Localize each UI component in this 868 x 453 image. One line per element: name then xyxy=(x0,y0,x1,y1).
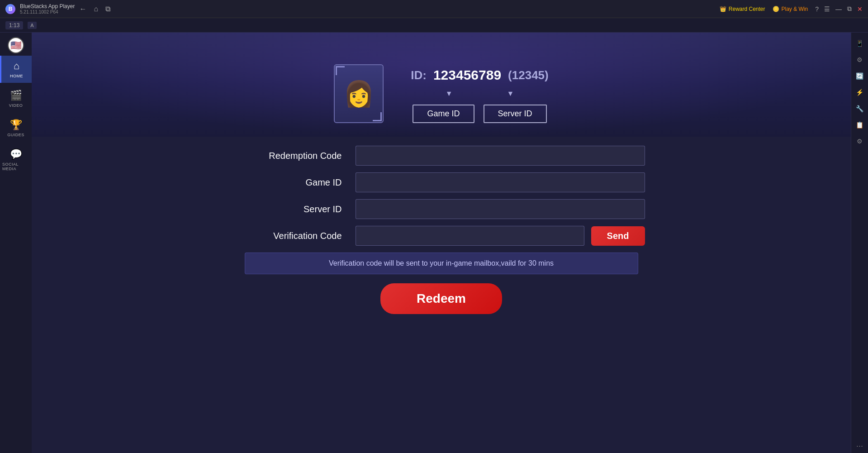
app-version: 5.21.111.1002 P64 xyxy=(20,10,75,14)
redemption-code-row: Redemption Code xyxy=(238,146,645,166)
video-icon: 🎬 xyxy=(10,90,22,101)
maximize-button[interactable]: ⧉ xyxy=(847,5,852,13)
portrait-corner-br xyxy=(373,112,382,121)
sidebar-item-home[interactable]: ⌂ HOME xyxy=(0,56,32,83)
server-id-arrow: ▼ xyxy=(507,90,514,98)
server-id-row: Server ID xyxy=(238,199,645,219)
nav-windows-button[interactable]: ⧉ xyxy=(105,5,110,13)
menu-button[interactable]: ☰ xyxy=(824,5,830,13)
sidebar-video-label: VIDEO xyxy=(9,103,23,108)
nav-back-button[interactable]: ← xyxy=(79,5,86,13)
form-section: Redemption Code Game ID Server ID Verifi… xyxy=(32,137,851,453)
play-win-label: Play & Win xyxy=(782,6,808,12)
address-time: 1:13 xyxy=(5,21,23,29)
portrait-frame: 👩 xyxy=(334,64,384,123)
send-button[interactable]: Send xyxy=(591,226,645,246)
game-id-label: Game ID xyxy=(238,177,356,188)
right-btn-3[interactable]: 🔄 xyxy=(854,70,866,82)
reward-center-label: Reward Center xyxy=(729,6,765,12)
content-area: 👩 ID: 123456789 (12345) ▼ ▼ Game ID Serv… xyxy=(32,33,851,453)
right-btn-6[interactable]: 📋 xyxy=(854,119,866,131)
character-emoji: 👩 xyxy=(343,79,375,109)
verification-code-label: Verification Code xyxy=(238,231,356,241)
social-icon: 💬 xyxy=(10,148,22,160)
address-bar: 1:13 A xyxy=(0,18,868,33)
guides-icon: 🏆 xyxy=(10,119,22,131)
server-id-label: Server ID xyxy=(238,204,356,215)
right-btn-7[interactable]: ⚙ xyxy=(854,135,866,148)
reward-center-button[interactable]: 👑 Reward Center xyxy=(720,6,765,12)
window-controls: ? ☰ — ⧉ ✕ xyxy=(815,5,863,13)
character-portrait: 👩 xyxy=(334,64,384,123)
player-id-line: ID: 123456789 (12345) xyxy=(411,67,548,83)
sidebar-social-label: SOCIAL MEDIA xyxy=(2,162,29,171)
right-btn-4[interactable]: ⚡ xyxy=(854,86,866,99)
right-btn-more[interactable]: … xyxy=(856,440,863,448)
sidebar-item-video[interactable]: 🎬 VIDEO xyxy=(0,85,32,112)
info-banner: Verification code will be sent to your i… xyxy=(245,253,638,274)
title-bar-right: 👑 Reward Center 🪙 Play & Win ? ☰ — ⧉ ✕ xyxy=(720,5,863,13)
crown-icon: 👑 xyxy=(720,6,726,12)
server-id-input[interactable] xyxy=(356,199,645,219)
sidebar-guides-label: GUIDES xyxy=(7,133,24,137)
main-layout: 🇺🇸 ⌂ HOME 🎬 VIDEO 🏆 GUIDES 💬 SOCIAL MEDI… xyxy=(0,33,868,453)
nav-home-button[interactable]: ⌂ xyxy=(94,5,98,13)
title-bar: B BlueStacks App Player 5.21.111.1002 P6… xyxy=(0,0,868,18)
home-icon: ⌂ xyxy=(14,60,19,72)
portrait-corner-tl xyxy=(336,66,345,75)
game-id-input[interactable] xyxy=(356,172,645,192)
verification-code-row: Verification Code Send xyxy=(238,226,645,246)
id-label: ID: xyxy=(411,68,427,82)
redeem-button[interactable]: Redeem xyxy=(380,283,502,314)
right-btn-2[interactable]: ⚙ xyxy=(854,53,866,66)
bluestacks-logo: B xyxy=(5,4,15,14)
id-buttons: Game ID Server ID xyxy=(413,105,546,123)
language-flag[interactable]: 🇺🇸 xyxy=(8,37,24,53)
right-btn-1[interactable]: 📱 xyxy=(854,37,866,50)
game-header: 👩 ID: 123456789 (12345) ▼ ▼ Game ID Serv… xyxy=(32,33,851,137)
arrows-container: ▼ ▼ xyxy=(446,90,514,98)
redemption-code-label: Redemption Code xyxy=(238,151,356,161)
verification-code-input[interactable] xyxy=(356,226,584,246)
address-icon: A xyxy=(28,22,36,29)
coin-icon: 🪙 xyxy=(773,6,779,12)
play-win-button[interactable]: 🪙 Play & Win xyxy=(773,6,808,12)
title-bar-nav: ← ⌂ ⧉ xyxy=(79,5,110,13)
app-name: BlueStacks App Player xyxy=(20,3,75,10)
server-id-display: (12345) xyxy=(508,68,549,82)
game-id-arrow: ▼ xyxy=(446,90,453,98)
right-btn-5[interactable]: 🔧 xyxy=(854,102,866,115)
player-id-number: 123456789 xyxy=(433,67,501,83)
close-button[interactable]: ✕ xyxy=(857,5,863,13)
redemption-code-input[interactable] xyxy=(356,146,645,166)
sidebar-item-social[interactable]: 💬 SOCIAL MEDIA xyxy=(0,144,32,176)
player-info: ID: 123456789 (12345) ▼ ▼ Game ID Server… xyxy=(411,67,548,123)
help-button[interactable]: ? xyxy=(815,5,819,13)
left-sidebar: 🇺🇸 ⌂ HOME 🎬 VIDEO 🏆 GUIDES 💬 SOCIAL MEDI… xyxy=(0,33,32,453)
sidebar-home-label: HOME xyxy=(10,74,23,78)
game-id-row: Game ID xyxy=(238,172,645,192)
right-sidebar: 📱 ⚙ 🔄 ⚡ 🔧 📋 ⚙ … xyxy=(851,33,868,453)
minimize-button[interactable]: — xyxy=(835,5,842,13)
game-id-button[interactable]: Game ID xyxy=(413,105,474,123)
sidebar-item-guides[interactable]: 🏆 GUIDES xyxy=(0,114,32,142)
title-bar-left: B BlueStacks App Player 5.21.111.1002 P6… xyxy=(5,3,110,14)
server-id-button[interactable]: Server ID xyxy=(484,105,547,123)
